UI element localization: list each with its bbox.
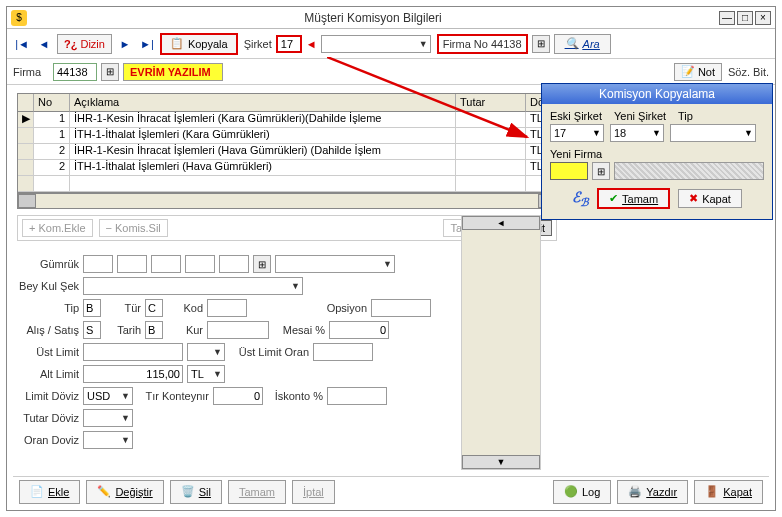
tur-input[interactable] <box>145 299 163 317</box>
tamam-button: Tamam <box>228 480 286 504</box>
ustlimit-dov[interactable]: ▼ <box>187 343 225 361</box>
prev-sirket-icon[interactable]: ◄ <box>306 38 317 50</box>
kapat-button[interactable]: 🚪Kapat <box>694 480 763 504</box>
sirket-input[interactable] <box>276 35 302 53</box>
alissatis-label: Alış / Satış <box>17 324 79 336</box>
log-icon: 🟢 <box>564 485 578 498</box>
gumruk-1[interactable] <box>83 255 113 273</box>
ustlimit-input[interactable] <box>83 343 183 361</box>
exit-icon: 🚪 <box>705 485 719 498</box>
kur-input[interactable] <box>207 321 269 339</box>
print-icon: 🖨️ <box>628 485 642 498</box>
altlimit-dov[interactable]: TL▼ <box>187 365 225 383</box>
kopyala-button[interactable]: 📋 Kopyala <box>160 33 238 55</box>
last-record-icon[interactable]: ►| <box>138 35 156 53</box>
opsiyon-input[interactable] <box>371 299 431 317</box>
table-row[interactable]: 2İTH-1-İthalat İşlemleri (Hava Gümrükler… <box>18 160 556 176</box>
mesai-input[interactable] <box>329 321 389 339</box>
beykul-label: Bey Kul Şek <box>17 280 79 292</box>
col-no[interactable]: No <box>34 94 70 112</box>
new-icon: 📄 <box>30 485 44 498</box>
next-record-icon[interactable]: ► <box>116 35 134 53</box>
ara-button[interactable]: 🔍 Ara <box>554 34 611 54</box>
close-button[interactable]: × <box>755 11 771 25</box>
gumruk-combo[interactable]: ▼ <box>275 255 395 273</box>
beykul-combo[interactable]: ▼ <box>83 277 303 295</box>
detail-scroll[interactable]: ◄ ▼ <box>461 215 541 470</box>
first-record-icon[interactable]: |◄ <box>13 35 31 53</box>
kod-label: Kod <box>167 302 203 314</box>
yeni-sirket-combo[interactable]: 18▼ <box>610 124 664 142</box>
table-row[interactable]: 2İHR-1-Kesin İhracat İşlemleri (Hava Güm… <box>18 144 556 160</box>
gumruk-label: Gümrük <box>17 258 79 270</box>
yeni-firma-display <box>614 162 764 180</box>
tutardoviz-combo[interactable]: ▼ <box>83 409 133 427</box>
alissatis-input[interactable] <box>83 321 101 339</box>
gumruk-3[interactable] <box>151 255 181 273</box>
log-button[interactable]: 🟢Log <box>553 480 611 504</box>
bottom-toolbar: 📄Ekle ✏️Değiştir 🗑️Sil Tamam İptal 🟢Log … <box>13 476 769 506</box>
grid-header: No Açıklama Tutar Döviz <box>18 94 556 112</box>
iskonto-input[interactable] <box>327 387 387 405</box>
altlimit-input[interactable] <box>83 365 183 383</box>
table-row[interactable]: 1İTH-1-İthalat İşlemleri (Kara Gümrükler… <box>18 128 556 144</box>
sirket-combo[interactable]: ▼ <box>321 35 431 53</box>
kod-input[interactable] <box>207 299 247 317</box>
tutardoviz-label: Tutar Döviz <box>17 412 79 424</box>
popup-tip-combo[interactable]: ▼ <box>670 124 756 142</box>
gumruk-4[interactable] <box>185 255 215 273</box>
search-icon: 🔍 <box>565 37 579 50</box>
gumruk-lookup-icon[interactable]: ⊞ <box>253 255 271 273</box>
yazdir-button[interactable]: 🖨️Yazdır <box>617 480 688 504</box>
yeni-sirket-label: Yeni Şirket <box>614 110 672 122</box>
ekle-button[interactable]: 📄Ekle <box>19 480 80 504</box>
tarih-input[interactable] <box>145 321 163 339</box>
col-tutar[interactable]: Tutar <box>456 94 526 112</box>
copy-icon: 📋 <box>170 37 184 50</box>
iskonto-label: İskonto % <box>267 390 323 402</box>
check-icon: ✔ <box>609 192 618 205</box>
delete-icon: 🗑️ <box>181 485 195 498</box>
eski-sirket-combo[interactable]: 17▼ <box>550 124 604 142</box>
firma-no-input[interactable] <box>53 63 97 81</box>
detail-form: Gümrük ⊞ ▼ Bey Kul Şek ▼ Tip Tür Kod Ops… <box>17 253 457 451</box>
limitdoviz-combo[interactable]: USD▼ <box>83 387 133 405</box>
tarih-label: Tarih <box>105 324 141 336</box>
ustlimitoran-input[interactable] <box>313 343 373 361</box>
eb-logo-icon: ℰℬ <box>572 189 589 209</box>
kom-ekle-button: +Kom.Ekle <box>22 219 93 237</box>
firmano-label: Firma No 44138 <box>437 34 528 54</box>
popup-tamam-button[interactable]: ✔Tamam <box>597 188 670 209</box>
kur-label: Kur <box>167 324 203 336</box>
firma-row: Firma ⊞ EVRİM YAZILIM 📝Not Söz. Bit. <box>7 59 775 85</box>
table-row[interactable]: ▶1İHR-1-Kesin İhracat İşlemleri (Kara Gü… <box>18 112 556 128</box>
commission-grid: No Açıklama Tutar Döviz ▶1İHR-1-Kesin İh… <box>17 93 557 193</box>
sil-button[interactable]: 🗑️Sil <box>170 480 222 504</box>
minimize-button[interactable]: — <box>719 11 735 25</box>
tirkont-input[interactable] <box>213 387 263 405</box>
lookup-icon[interactable]: ⊞ <box>532 35 550 53</box>
ustlimitoran-label: Üst Limit Oran <box>229 346 309 358</box>
not-button[interactable]: 📝Not <box>674 63 722 81</box>
gumruk-5[interactable] <box>219 255 249 273</box>
titlebar: $ Müşteri Komisyon Bilgileri — □ × <box>7 7 775 29</box>
yeni-firma-input[interactable] <box>550 162 588 180</box>
tip-input[interactable] <box>83 299 101 317</box>
popup-tip-label: Tip <box>678 110 693 122</box>
ustlimit-label: Üst Limit <box>17 346 79 358</box>
maximize-button[interactable]: □ <box>737 11 753 25</box>
firma-lookup-icon[interactable]: ⊞ <box>101 63 119 81</box>
yeni-firma-lookup-icon[interactable]: ⊞ <box>592 162 610 180</box>
degistir-button[interactable]: ✏️Değiştir <box>86 480 163 504</box>
mesai-label: Mesai % <box>273 324 325 336</box>
grid-hscroll[interactable] <box>17 193 557 209</box>
orandoviz-combo[interactable]: ▼ <box>83 431 133 449</box>
opsiyon-label: Opsiyon <box>315 302 367 314</box>
tirkont-label: Tır Konteynır <box>137 390 209 402</box>
gumruk-2[interactable] <box>117 255 147 273</box>
prev-record-icon[interactable]: ◄ <box>35 35 53 53</box>
popup-kapat-button[interactable]: ✖Kapat <box>678 189 742 208</box>
dizin-button[interactable]: ?¿Dizin <box>57 34 112 54</box>
col-aciklama[interactable]: Açıklama <box>70 94 456 112</box>
iptal-button: İptal <box>292 480 335 504</box>
